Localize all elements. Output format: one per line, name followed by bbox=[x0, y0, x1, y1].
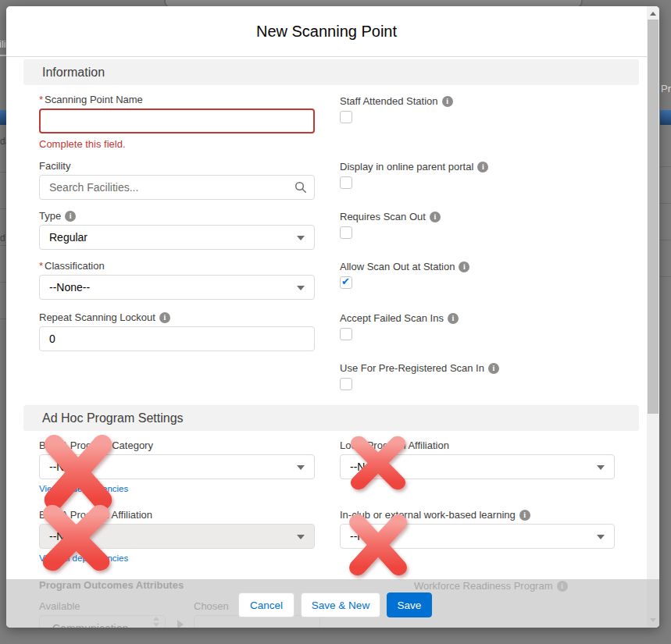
backdrop-row-line bbox=[0, 208, 6, 209]
classification-select[interactable]: --None-- bbox=[39, 275, 315, 300]
annotation-x-icon bbox=[41, 434, 116, 511]
backdrop-row-line bbox=[660, 276, 671, 277]
classification-field: * Classification --None-- bbox=[39, 259, 315, 300]
section-header-information: Information bbox=[23, 59, 639, 85]
screen: { "colors": { "accent": "#0070d2", "erro… bbox=[0, 0, 671, 644]
search-icon bbox=[294, 181, 307, 194]
backdrop-row-line bbox=[0, 172, 6, 173]
info-icon[interactable] bbox=[459, 262, 469, 272]
display-parent-portal-label: Display in online parent portal bbox=[340, 160, 621, 173]
type-select[interactable]: Regular bbox=[39, 225, 315, 250]
backdrop-row-line bbox=[660, 166, 671, 167]
scanning-point-name-input[interactable] bbox=[39, 109, 315, 133]
scanning-point-name-label: * Scanning Point Name bbox=[39, 93, 315, 106]
info-icon[interactable] bbox=[519, 510, 530, 521]
pre-registered-scan-in-field: Use For Pre-Registered Scan In bbox=[340, 361, 621, 390]
backdrop-fragment-left-row2: d bbox=[0, 233, 5, 244]
save-and-new-button[interactable]: Save & New bbox=[301, 592, 380, 617]
staff-attended-station-label: Staff Attended Station bbox=[340, 94, 621, 108]
repeat-scanning-lockout-input[interactable] bbox=[39, 326, 315, 351]
modal-title: New Scanning Point bbox=[6, 6, 647, 56]
chevron-down-icon bbox=[297, 465, 305, 470]
backdrop-blue-bar-right bbox=[660, 110, 671, 125]
requires-scan-out-label: Requires Scan Out bbox=[340, 210, 621, 223]
backdrop-row-line bbox=[660, 240, 671, 240]
facility-label: Facility bbox=[39, 159, 315, 173]
allow-scan-out-label: Allow Scan Out at Station bbox=[340, 260, 621, 273]
info-icon[interactable] bbox=[159, 312, 170, 323]
type-field: Type Regular bbox=[39, 209, 315, 250]
chevron-down-icon bbox=[297, 236, 305, 240]
scrollbar-thumb[interactable] bbox=[648, 20, 659, 414]
allow-scan-out-checkbox[interactable] bbox=[340, 276, 352, 289]
backdrop-row-line bbox=[660, 203, 671, 204]
cancel-button[interactable]: Cancel bbox=[238, 592, 294, 617]
scanning-point-name-field: * Scanning Point Name Complete this fiel… bbox=[39, 93, 315, 150]
display-parent-portal-checkbox[interactable] bbox=[340, 176, 352, 189]
pre-registered-scan-in-label: Use For Pre-Registered Scan In bbox=[340, 361, 621, 375]
allow-scan-out-field: Allow Scan Out at Station bbox=[340, 260, 621, 289]
info-icon[interactable] bbox=[448, 313, 459, 324]
chevron-down-icon bbox=[597, 465, 605, 470]
backdrop-blue-bar-left bbox=[0, 110, 6, 125]
classification-label: * Classification bbox=[39, 259, 315, 272]
requires-scan-out-field: Requires Scan Out bbox=[340, 210, 621, 239]
backdrop-fragment-left-tab: ili bbox=[0, 38, 6, 50]
backdrop-row-line bbox=[0, 282, 6, 283]
requires-scan-out-checkbox[interactable] bbox=[340, 226, 352, 239]
chevron-down-icon bbox=[297, 535, 305, 539]
backdrop-row-line bbox=[0, 318, 6, 319]
info-icon[interactable] bbox=[442, 96, 453, 107]
display-parent-portal-field: Display in online parent portal bbox=[340, 160, 621, 189]
scrollbar-track[interactable] bbox=[647, 6, 659, 628]
chevron-down-icon bbox=[297, 286, 305, 290]
backdrop-row-line bbox=[0, 245, 6, 246]
info-icon[interactable] bbox=[477, 162, 488, 173]
annotation-x-icon bbox=[348, 436, 409, 490]
repeat-scanning-lockout-label: Repeat Scanning Lockout bbox=[39, 311, 315, 324]
header-divider bbox=[6, 56, 659, 57]
accept-failed-scan-ins-field: Accept Failed Scan Ins bbox=[340, 311, 621, 340]
staff-attended-station-checkbox[interactable] bbox=[340, 111, 352, 123]
facility-field: Facility bbox=[39, 159, 315, 200]
scanning-point-name-error: Complete this field. bbox=[39, 138, 315, 150]
accept-failed-scan-ins-label: Accept Failed Scan Ins bbox=[340, 311, 621, 325]
info-icon[interactable] bbox=[65, 211, 76, 222]
backdrop-fragment-right-header: Pr bbox=[661, 83, 671, 94]
required-asterisk: * bbox=[39, 93, 43, 106]
section-header-ad-hoc: Ad Hoc Program Settings bbox=[23, 405, 639, 431]
chevron-down-icon bbox=[597, 535, 605, 539]
annotation-x-icon bbox=[346, 514, 410, 576]
scroll-up-icon[interactable] bbox=[650, 12, 656, 16]
staff-attended-station-field: Staff Attended Station bbox=[340, 94, 621, 123]
info-icon[interactable] bbox=[430, 212, 441, 222]
repeat-scanning-lockout-field: Repeat Scanning Lockout bbox=[39, 311, 315, 351]
facility-search-input[interactable] bbox=[39, 175, 315, 200]
annotation-x-icon bbox=[39, 504, 113, 571]
required-asterisk: * bbox=[39, 259, 43, 272]
save-button[interactable]: Save bbox=[387, 592, 432, 617]
accept-failed-scan-ins-checkbox[interactable] bbox=[340, 328, 352, 340]
type-label: Type bbox=[39, 209, 315, 222]
info-icon[interactable] bbox=[488, 363, 499, 374]
pre-registered-scan-in-checkbox[interactable] bbox=[340, 378, 352, 390]
backdrop-line-fragment bbox=[0, 55, 6, 56]
